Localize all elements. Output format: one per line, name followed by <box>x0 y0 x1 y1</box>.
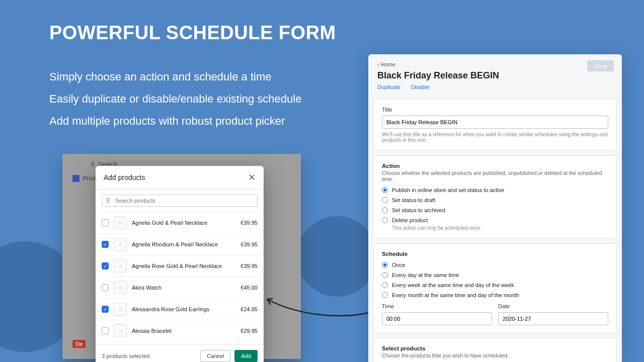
schedule-option[interactable]: Every week at the same time and day of t… <box>382 282 608 288</box>
action-option[interactable]: Set status to draft <box>382 197 608 203</box>
product-thumb: ○ <box>114 238 127 251</box>
backdrop-delete-button: De <box>72 340 86 348</box>
product-price: €39.95 <box>240 220 258 226</box>
delete-hint: This action can only be scheduled once. <box>392 225 608 231</box>
back-link[interactable]: ‹ Home <box>377 61 395 67</box>
option-label: Set status to archived <box>392 207 445 213</box>
option-label: Every month at the same time and day of … <box>392 292 519 298</box>
cancel-button[interactable]: Cancel <box>200 350 230 362</box>
action-title: Action <box>382 163 608 169</box>
option-label: Delete product <box>392 217 428 223</box>
close-icon[interactable]: ✕ <box>248 172 256 183</box>
title-card: Title We'll use this title as a referenc… <box>373 99 617 150</box>
option-label: Publish in online store and set status t… <box>392 187 504 193</box>
radio[interactable] <box>382 187 388 193</box>
page-title: Black Friday Release BEGIN <box>377 70 613 81</box>
products-title: Select products <box>382 345 608 351</box>
save-button[interactable]: Save <box>587 60 614 71</box>
products-subtitle: Choose the products that you wish to hav… <box>382 352 608 358</box>
picker-selected-count: 3 products selected <box>102 353 149 359</box>
product-name: Agnelia Gold & Pearl Necklace <box>132 220 240 226</box>
action-option[interactable]: Publish in online store and set status t… <box>382 187 608 193</box>
title-label: Title <box>382 107 608 113</box>
product-price: €39.95 <box>240 263 258 269</box>
picker-item[interactable]: ✓ ○ Agnelia Rhodium & Pearl Necklace €39… <box>96 234 264 255</box>
title-hint: We'll use this title as a reference for … <box>382 132 608 143</box>
product-name: Alessandra Rose Gold Earrings <box>132 306 240 312</box>
hero-bullet: Simply choose an action and schedule a t… <box>49 70 301 83</box>
schedule-option[interactable]: Once <box>382 262 608 268</box>
checkbox[interactable] <box>102 284 109 291</box>
disable-link[interactable]: Disable <box>411 84 430 90</box>
product-thumb: ○ <box>114 324 127 337</box>
search-icon: ⚲ <box>91 161 95 168</box>
time-input[interactable] <box>382 312 492 325</box>
product-price: €24.95 <box>240 306 258 312</box>
product-price: €29.95 <box>240 328 258 334</box>
checkbox[interactable]: ✓ <box>102 262 109 269</box>
product-thumb: ○ <box>114 259 127 273</box>
picker-item[interactable]: ○ Akira Watch €45.00 <box>96 277 264 299</box>
product-thumb: ○ <box>114 303 127 316</box>
add-button[interactable]: Add <box>234 350 258 362</box>
hero-bullet: Add multiple products with robust produc… <box>49 115 301 128</box>
action-option[interactable]: Set status to archived <box>382 207 608 213</box>
action-subtitle: Choose whether the selected products are… <box>382 170 608 182</box>
picker-search-input[interactable] <box>102 195 258 207</box>
checkbox[interactable]: ✓ <box>102 241 109 248</box>
action-card: Action Choose whether the selected produ… <box>373 155 617 238</box>
product-name: Alessia Bracelet <box>132 328 240 334</box>
product-name: Agnelia Rose Gold & Pearl Necklace <box>132 263 240 269</box>
checkbox[interactable] <box>102 219 109 226</box>
radio[interactable] <box>382 282 388 288</box>
radio[interactable] <box>382 292 388 298</box>
products-card: Select products Choose the products that… <box>373 338 617 362</box>
picker-title: Add products <box>104 173 145 182</box>
picker-item[interactable]: ○ Alessia Bracelet €29.95 <box>96 320 264 342</box>
option-label: Set status to draft <box>392 197 435 203</box>
product-price: €39.95 <box>240 241 258 247</box>
checkbox[interactable]: ✓ <box>102 306 109 313</box>
schedule-card: Schedule OnceEvery day at the same timeE… <box>373 243 617 333</box>
action-option[interactable]: Delete product <box>382 217 608 223</box>
search-icon: ⚲ <box>106 197 110 204</box>
date-label: Date <box>498 303 608 309</box>
product-picker-modal: Add products ✕ ⚲ ○ Agnelia Gold & Pearl … <box>96 166 264 362</box>
option-label: Every day at the same time <box>392 272 459 278</box>
picker-item[interactable]: ✓ ○ Alessandra Rose Gold Earrings €24.95 <box>96 299 264 320</box>
hero-bullet: Easily duplicate or disable/enable exist… <box>49 93 301 106</box>
time-label: Time <box>382 303 492 309</box>
bg-decoration <box>297 216 377 297</box>
picker-item[interactable]: ✓ ○ Agnelia Rose Gold & Pearl Necklace €… <box>96 255 264 277</box>
product-name: Agnelia Rhodium & Pearl Necklace <box>132 241 240 247</box>
schedule-title: Schedule <box>382 251 608 257</box>
hero-title: POWERFUL SCHEDULE FORM <box>49 22 336 44</box>
radio[interactable] <box>382 207 388 213</box>
option-label: Once <box>392 262 405 268</box>
product-thumb: ○ <box>114 281 127 294</box>
schedule-option[interactable]: Every month at the same time and day of … <box>382 292 608 298</box>
schedule-option[interactable]: Every day at the same time <box>382 272 608 278</box>
schedule-form: ‹ Home Save Black Friday Release BEGIN D… <box>368 54 622 362</box>
checkbox[interactable] <box>102 327 109 334</box>
radio[interactable] <box>382 217 388 223</box>
duplicate-link[interactable]: Duplicate <box>377 84 400 90</box>
radio[interactable] <box>382 272 388 278</box>
back-label: Home <box>381 61 395 67</box>
hero-bullets: Simply choose an action and schedule a t… <box>49 70 301 137</box>
option-label: Every week at the same time and day of t… <box>392 282 514 288</box>
date-input[interactable] <box>498 312 608 325</box>
picker-item[interactable]: ○ Agnelia Gold & Pearl Necklace €39.95 <box>96 212 264 234</box>
product-thumb: ○ <box>114 216 127 229</box>
product-name: Akira Watch <box>132 285 240 291</box>
app-icon <box>72 175 79 182</box>
radio[interactable] <box>382 197 388 203</box>
radio[interactable] <box>382 262 388 268</box>
title-input[interactable] <box>382 116 608 129</box>
picker-list: ○ Agnelia Gold & Pearl Necklace €39.95 ✓… <box>96 212 264 344</box>
product-price: €45.00 <box>240 285 258 291</box>
